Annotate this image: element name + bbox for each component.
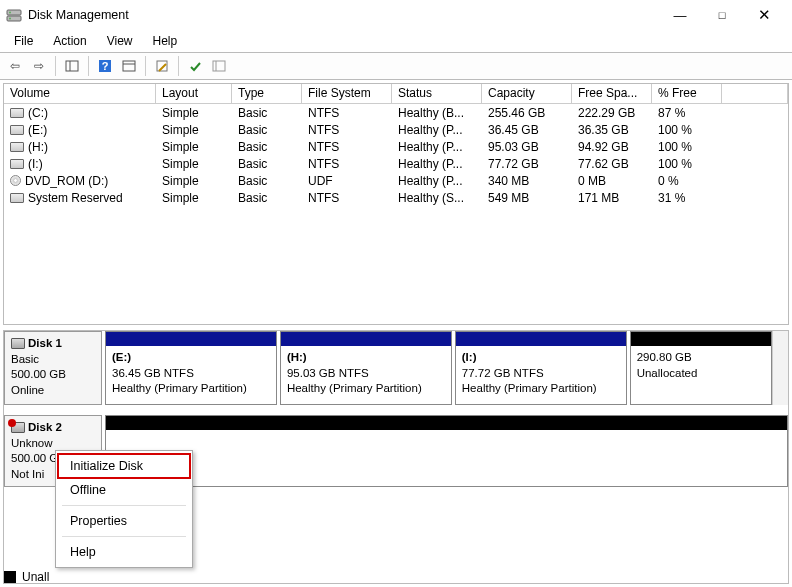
volume-cell: Healthy (P... <box>392 140 482 154</box>
volume-cell: NTFS <box>302 106 392 120</box>
partition-size: 290.80 GB <box>637 350 765 366</box>
svg-rect-8 <box>123 61 135 71</box>
menubar: FileActionViewHelp <box>0 30 792 52</box>
help-button[interactable]: ? <box>94 55 116 77</box>
column-header[interactable]: Capacity <box>482 84 572 103</box>
svg-text:?: ? <box>102 60 109 72</box>
column-header[interactable]: Type <box>232 84 302 103</box>
volume-cell: Healthy (P... <box>392 174 482 188</box>
volume-row[interactable]: (C:)SimpleBasicNTFSHealthy (B...255.46 G… <box>4 104 788 121</box>
column-header[interactable] <box>722 84 788 103</box>
volume-cell: NTFS <box>302 157 392 171</box>
menu-file[interactable]: File <box>4 32 43 50</box>
volume-cell: 94.92 GB <box>572 140 652 154</box>
action-button[interactable] <box>184 55 206 77</box>
partition-header <box>106 332 276 346</box>
volume-row[interactable]: (E:)SimpleBasicNTFSHealthy (P...36.45 GB… <box>4 121 788 138</box>
properties-button[interactable] <box>151 55 173 77</box>
column-header[interactable]: Layout <box>156 84 232 103</box>
volume-row[interactable]: System ReservedSimpleBasicNTFSHealthy (S… <box>4 189 788 206</box>
volume-cell: Healthy (B... <box>392 106 482 120</box>
back-button[interactable]: ⇦ <box>4 55 26 77</box>
disk-error-icon <box>11 422 25 433</box>
volume-cell: 77.72 GB <box>482 157 572 171</box>
volume-cell: Basic <box>232 123 302 137</box>
menu-action[interactable]: Action <box>43 32 96 50</box>
volume-cell: 77.62 GB <box>572 157 652 171</box>
toolbar-separator <box>178 56 179 76</box>
partitions: (E:)36.45 GB NTFSHealthy (Primary Partit… <box>102 331 772 405</box>
partition-body: 290.80 GBUnallocated <box>631 346 771 404</box>
disk-context-menu: Initialize DiskOfflinePropertiesHelp <box>55 450 193 568</box>
toolbar-separator <box>55 56 56 76</box>
show-hide-tree-button[interactable] <box>61 55 83 77</box>
scrollbar[interactable] <box>772 331 788 405</box>
partition-status: Healthy (Primary Partition) <box>112 381 270 397</box>
column-header[interactable]: Volume <box>4 84 156 103</box>
volume-cell: Healthy (P... <box>392 123 482 137</box>
disk-name: Disk 1 <box>28 336 62 352</box>
disk-row: Disk 1Basic500.00 GBOnline(E:)36.45 GB N… <box>4 331 788 415</box>
volume-cell: Simple <box>156 191 232 205</box>
partition[interactable]: (E:)36.45 GB NTFSHealthy (Primary Partit… <box>105 331 277 405</box>
volume-name-cell: System Reserved <box>4 191 156 205</box>
volume-cell: 87 % <box>652 106 722 120</box>
partition-body: (H:)95.03 GB NTFSHealthy (Primary Partit… <box>281 346 451 404</box>
column-header[interactable]: Free Spa... <box>572 84 652 103</box>
partition[interactable]: (I:)77.72 GB NTFSHealthy (Primary Partit… <box>455 331 627 405</box>
volume-cell: 549 MB <box>482 191 572 205</box>
minimize-button[interactable]: — <box>666 5 694 25</box>
volume-cell: Basic <box>232 174 302 188</box>
volume-cell: Simple <box>156 123 232 137</box>
disk-type: Unknow <box>11 436 95 452</box>
svg-point-3 <box>9 18 11 20</box>
legend-swatch-icon <box>4 571 16 583</box>
partition-header <box>106 416 787 430</box>
partition-letter: (H:) <box>287 350 445 366</box>
svg-point-2 <box>9 12 11 14</box>
column-header[interactable]: Status <box>392 84 482 103</box>
close-button[interactable]: ✕ <box>750 5 778 25</box>
volume-cell: 0 MB <box>572 174 652 188</box>
forward-button[interactable]: ⇨ <box>28 55 50 77</box>
context-menu-item-initialize-disk[interactable]: Initialize Disk <box>58 454 190 478</box>
partition-size: 77.72 GB NTFS <box>462 366 620 382</box>
volume-row[interactable]: (H:)SimpleBasicNTFSHealthy (P...95.03 GB… <box>4 138 788 155</box>
svg-rect-4 <box>66 61 78 71</box>
partition-letter: (I:) <box>462 350 620 366</box>
menu-view[interactable]: View <box>97 32 143 50</box>
partition[interactable] <box>105 415 788 487</box>
volume-row[interactable]: (I:)SimpleBasicNTFSHealthy (P...77.72 GB… <box>4 155 788 172</box>
partition[interactable]: 290.80 GBUnallocated <box>630 331 772 405</box>
menu-help[interactable]: Help <box>143 32 188 50</box>
column-header[interactable]: File System <box>302 84 392 103</box>
settings-button[interactable] <box>208 55 230 77</box>
volume-cell: 31 % <box>652 191 722 205</box>
disk-type: Basic <box>11 352 95 368</box>
disk-label[interactable]: Disk 1Basic500.00 GBOnline <box>4 331 102 405</box>
volume-cell: NTFS <box>302 123 392 137</box>
partition-status: Unallocated <box>637 366 765 382</box>
volume-cell: Basic <box>232 140 302 154</box>
partition-size: 95.03 GB NTFS <box>287 366 445 382</box>
volume-cell: 95.03 GB <box>482 140 572 154</box>
volume-cell: Basic <box>232 157 302 171</box>
volume-cell: Healthy (S... <box>392 191 482 205</box>
volume-cell: 0 % <box>652 174 722 188</box>
maximize-button[interactable]: □ <box>708 5 736 25</box>
partition[interactable]: (H:)95.03 GB NTFSHealthy (Primary Partit… <box>280 331 452 405</box>
partition-status: Healthy (Primary Partition) <box>462 381 620 397</box>
context-menu-item-properties[interactable]: Properties <box>58 509 190 533</box>
column-header[interactable]: % Free <box>652 84 722 103</box>
disk-name: Disk 2 <box>28 420 62 436</box>
volume-cell: 100 % <box>652 140 722 154</box>
volume-row[interactable]: DVD_ROM (D:)SimpleBasicUDFHealthy (P...3… <box>4 172 788 189</box>
volume-name-cell: (H:) <box>4 140 156 154</box>
volume-cell: 255.46 GB <box>482 106 572 120</box>
refresh-button[interactable] <box>118 55 140 77</box>
context-menu-item-offline[interactable]: Offline <box>58 478 190 502</box>
volume-cell: Simple <box>156 106 232 120</box>
context-menu-item-help[interactable]: Help <box>58 540 190 564</box>
cd-drive-icon <box>10 175 21 186</box>
volume-cell: 222.29 GB <box>572 106 652 120</box>
